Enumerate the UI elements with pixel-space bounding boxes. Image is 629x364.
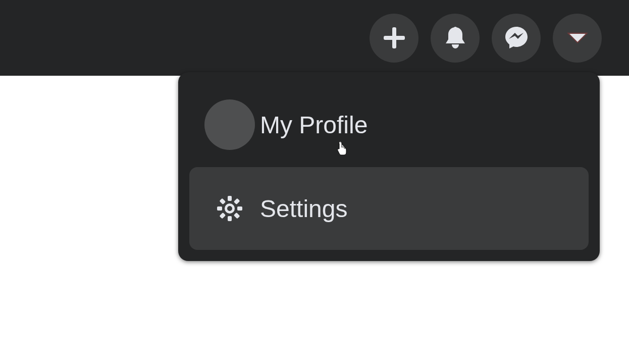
gear-icon: [216, 194, 244, 223]
notifications-button[interactable]: [431, 14, 480, 63]
svg-rect-4: [228, 216, 232, 221]
bell-icon: [443, 25, 468, 50]
plus-icon: [382, 25, 407, 50]
settings-menu-item[interactable]: Settings: [189, 167, 589, 250]
svg-rect-3: [228, 196, 232, 201]
account-dropdown-menu: My Profile: [178, 72, 600, 261]
svg-rect-5: [217, 206, 222, 211]
svg-rect-9: [219, 198, 226, 204]
create-button[interactable]: [370, 14, 418, 63]
svg-rect-8: [219, 213, 226, 219]
svg-rect-10: [234, 213, 240, 219]
svg-rect-7: [234, 198, 240, 204]
svg-rect-1: [384, 36, 405, 40]
avatar: [204, 99, 255, 150]
svg-point-2: [454, 27, 457, 30]
chevron-down-icon: [566, 30, 589, 45]
top-navigation-bar: [0, 0, 629, 76]
profile-menu-item[interactable]: My Profile: [189, 83, 589, 166]
svg-rect-6: [237, 206, 242, 211]
profile-label: My Profile: [260, 111, 368, 139]
settings-label: Settings: [260, 195, 347, 223]
messenger-button[interactable]: [492, 14, 541, 63]
account-menu-button[interactable]: [553, 14, 602, 63]
messenger-icon: [503, 25, 530, 51]
settings-icon-wrap: [204, 183, 255, 234]
